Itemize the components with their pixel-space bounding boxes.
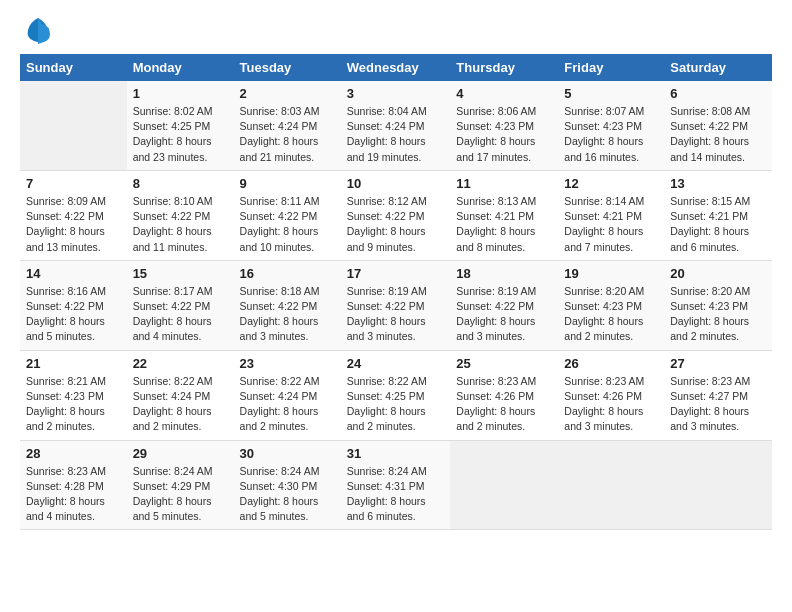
calendar-cell: 29Sunrise: 8:24 AMSunset: 4:29 PMDayligh… [127, 440, 234, 530]
day-number: 18 [456, 266, 552, 281]
day-info: Sunrise: 8:03 AMSunset: 4:24 PMDaylight:… [240, 104, 335, 165]
day-info: Sunrise: 8:23 AMSunset: 4:27 PMDaylight:… [670, 374, 766, 435]
day-info: Sunrise: 8:23 AMSunset: 4:26 PMDaylight:… [564, 374, 658, 435]
calendar-cell: 23Sunrise: 8:22 AMSunset: 4:24 PMDayligh… [234, 350, 341, 440]
day-info: Sunrise: 8:12 AMSunset: 4:22 PMDaylight:… [347, 194, 445, 255]
calendar-cell: 15Sunrise: 8:17 AMSunset: 4:22 PMDayligh… [127, 260, 234, 350]
day-info: Sunrise: 8:21 AMSunset: 4:23 PMDaylight:… [26, 374, 121, 435]
day-info: Sunrise: 8:06 AMSunset: 4:23 PMDaylight:… [456, 104, 552, 165]
day-info: Sunrise: 8:16 AMSunset: 4:22 PMDaylight:… [26, 284, 121, 345]
day-info: Sunrise: 8:13 AMSunset: 4:21 PMDaylight:… [456, 194, 552, 255]
calendar-cell: 25Sunrise: 8:23 AMSunset: 4:26 PMDayligh… [450, 350, 558, 440]
logo-icon [24, 16, 52, 44]
day-number: 6 [670, 86, 766, 101]
calendar-cell: 4Sunrise: 8:06 AMSunset: 4:23 PMDaylight… [450, 81, 558, 170]
day-info: Sunrise: 8:09 AMSunset: 4:22 PMDaylight:… [26, 194, 121, 255]
page-header [20, 20, 772, 44]
week-row-1: 1Sunrise: 8:02 AMSunset: 4:25 PMDaylight… [20, 81, 772, 170]
calendar-cell: 26Sunrise: 8:23 AMSunset: 4:26 PMDayligh… [558, 350, 664, 440]
day-number: 1 [133, 86, 228, 101]
calendar-cell [20, 81, 127, 170]
calendar-cell: 31Sunrise: 8:24 AMSunset: 4:31 PMDayligh… [341, 440, 451, 530]
day-number: 4 [456, 86, 552, 101]
day-info: Sunrise: 8:02 AMSunset: 4:25 PMDaylight:… [133, 104, 228, 165]
day-info: Sunrise: 8:24 AMSunset: 4:30 PMDaylight:… [240, 464, 335, 525]
day-number: 25 [456, 356, 552, 371]
day-number: 16 [240, 266, 335, 281]
calendar-cell: 16Sunrise: 8:18 AMSunset: 4:22 PMDayligh… [234, 260, 341, 350]
calendar-cell: 14Sunrise: 8:16 AMSunset: 4:22 PMDayligh… [20, 260, 127, 350]
day-number: 13 [670, 176, 766, 191]
header-sunday: Sunday [20, 54, 127, 81]
header-tuesday: Tuesday [234, 54, 341, 81]
calendar-cell: 12Sunrise: 8:14 AMSunset: 4:21 PMDayligh… [558, 170, 664, 260]
day-info: Sunrise: 8:23 AMSunset: 4:28 PMDaylight:… [26, 464, 121, 525]
calendar-cell: 10Sunrise: 8:12 AMSunset: 4:22 PMDayligh… [341, 170, 451, 260]
day-number: 27 [670, 356, 766, 371]
day-info: Sunrise: 8:24 AMSunset: 4:31 PMDaylight:… [347, 464, 445, 525]
day-info: Sunrise: 8:22 AMSunset: 4:24 PMDaylight:… [240, 374, 335, 435]
calendar-cell: 5Sunrise: 8:07 AMSunset: 4:23 PMDaylight… [558, 81, 664, 170]
day-number: 22 [133, 356, 228, 371]
day-info: Sunrise: 8:19 AMSunset: 4:22 PMDaylight:… [347, 284, 445, 345]
day-number: 30 [240, 446, 335, 461]
day-number: 21 [26, 356, 121, 371]
calendar-cell: 6Sunrise: 8:08 AMSunset: 4:22 PMDaylight… [664, 81, 772, 170]
week-row-5: 28Sunrise: 8:23 AMSunset: 4:28 PMDayligh… [20, 440, 772, 530]
header-thursday: Thursday [450, 54, 558, 81]
day-info: Sunrise: 8:18 AMSunset: 4:22 PMDaylight:… [240, 284, 335, 345]
day-number: 20 [670, 266, 766, 281]
day-number: 12 [564, 176, 658, 191]
day-info: Sunrise: 8:04 AMSunset: 4:24 PMDaylight:… [347, 104, 445, 165]
week-row-3: 14Sunrise: 8:16 AMSunset: 4:22 PMDayligh… [20, 260, 772, 350]
day-info: Sunrise: 8:24 AMSunset: 4:29 PMDaylight:… [133, 464, 228, 525]
day-number: 24 [347, 356, 445, 371]
day-info: Sunrise: 8:20 AMSunset: 4:23 PMDaylight:… [670, 284, 766, 345]
header-wednesday: Wednesday [341, 54, 451, 81]
calendar-cell: 11Sunrise: 8:13 AMSunset: 4:21 PMDayligh… [450, 170, 558, 260]
calendar-cell: 1Sunrise: 8:02 AMSunset: 4:25 PMDaylight… [127, 81, 234, 170]
calendar-cell: 19Sunrise: 8:20 AMSunset: 4:23 PMDayligh… [558, 260, 664, 350]
day-info: Sunrise: 8:20 AMSunset: 4:23 PMDaylight:… [564, 284, 658, 345]
day-number: 28 [26, 446, 121, 461]
calendar-cell: 17Sunrise: 8:19 AMSunset: 4:22 PMDayligh… [341, 260, 451, 350]
calendar-cell: 18Sunrise: 8:19 AMSunset: 4:22 PMDayligh… [450, 260, 558, 350]
calendar-cell: 22Sunrise: 8:22 AMSunset: 4:24 PMDayligh… [127, 350, 234, 440]
day-number: 7 [26, 176, 121, 191]
weekday-header-row: SundayMondayTuesdayWednesdayThursdayFrid… [20, 54, 772, 81]
calendar-cell: 21Sunrise: 8:21 AMSunset: 4:23 PMDayligh… [20, 350, 127, 440]
day-info: Sunrise: 8:15 AMSunset: 4:21 PMDaylight:… [670, 194, 766, 255]
day-number: 19 [564, 266, 658, 281]
day-info: Sunrise: 8:08 AMSunset: 4:22 PMDaylight:… [670, 104, 766, 165]
day-info: Sunrise: 8:10 AMSunset: 4:22 PMDaylight:… [133, 194, 228, 255]
calendar-cell: 3Sunrise: 8:04 AMSunset: 4:24 PMDaylight… [341, 81, 451, 170]
day-info: Sunrise: 8:14 AMSunset: 4:21 PMDaylight:… [564, 194, 658, 255]
day-number: 17 [347, 266, 445, 281]
day-number: 29 [133, 446, 228, 461]
header-saturday: Saturday [664, 54, 772, 81]
calendar-cell: 13Sunrise: 8:15 AMSunset: 4:21 PMDayligh… [664, 170, 772, 260]
day-number: 9 [240, 176, 335, 191]
day-number: 8 [133, 176, 228, 191]
calendar-cell: 7Sunrise: 8:09 AMSunset: 4:22 PMDaylight… [20, 170, 127, 260]
calendar-cell [450, 440, 558, 530]
day-number: 3 [347, 86, 445, 101]
calendar-cell: 20Sunrise: 8:20 AMSunset: 4:23 PMDayligh… [664, 260, 772, 350]
calendar-cell: 8Sunrise: 8:10 AMSunset: 4:22 PMDaylight… [127, 170, 234, 260]
day-info: Sunrise: 8:11 AMSunset: 4:22 PMDaylight:… [240, 194, 335, 255]
day-number: 15 [133, 266, 228, 281]
day-info: Sunrise: 8:22 AMSunset: 4:25 PMDaylight:… [347, 374, 445, 435]
calendar-cell: 27Sunrise: 8:23 AMSunset: 4:27 PMDayligh… [664, 350, 772, 440]
day-number: 26 [564, 356, 658, 371]
header-monday: Monday [127, 54, 234, 81]
week-row-4: 21Sunrise: 8:21 AMSunset: 4:23 PMDayligh… [20, 350, 772, 440]
header-friday: Friday [558, 54, 664, 81]
calendar-table: SundayMondayTuesdayWednesdayThursdayFrid… [20, 54, 772, 530]
week-row-2: 7Sunrise: 8:09 AMSunset: 4:22 PMDaylight… [20, 170, 772, 260]
calendar-cell: 24Sunrise: 8:22 AMSunset: 4:25 PMDayligh… [341, 350, 451, 440]
day-number: 10 [347, 176, 445, 191]
logo [20, 20, 52, 44]
day-number: 11 [456, 176, 552, 191]
calendar-cell [664, 440, 772, 530]
day-number: 31 [347, 446, 445, 461]
